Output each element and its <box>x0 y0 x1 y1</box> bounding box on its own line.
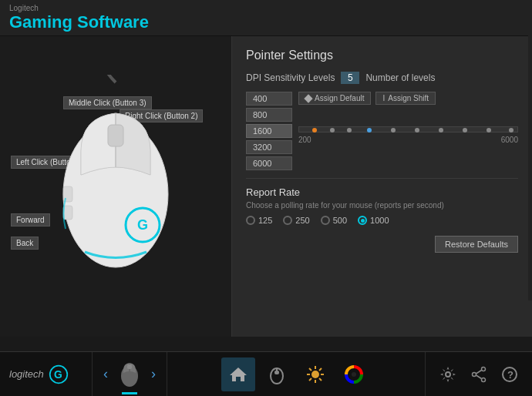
svg-line-22 <box>319 378 322 381</box>
back-label[interactable]: Back <box>11 237 39 250</box>
radio-250[interactable] <box>283 216 292 225</box>
report-rate-options: 125 250 500 1000 <box>246 216 518 225</box>
svg-point-28 <box>482 367 486 371</box>
logo-text: logitech <box>9 368 44 380</box>
svg-rect-11 <box>127 364 132 369</box>
device-active-indicator <box>122 392 137 394</box>
slider-dot-2 <box>330 128 335 133</box>
dpi-label: DPI Sensitivity Levels <box>246 72 335 83</box>
nav-icon-pointer[interactable] <box>260 357 294 391</box>
settings-title: Pointer Settings <box>246 49 518 62</box>
dpi-level-800[interactable]: 800 <box>246 108 292 122</box>
nav-icon-lighting[interactable] <box>298 357 332 391</box>
logitech-logo-icon: G <box>49 364 69 384</box>
dpi-area: 400 800 1600 3200 6000 Assign Default I … <box>246 92 518 170</box>
svg-point-26 <box>352 372 356 377</box>
dpi-slider-track[interactable] <box>298 126 518 133</box>
slider-labels: 200 6000 <box>298 136 518 144</box>
dpi-right: Assign Default I Assign Shift <box>298 92 518 170</box>
dpi-level-3200[interactable]: 3200 <box>246 140 292 154</box>
assign-default-button[interactable]: Assign Default <box>298 92 371 105</box>
report-rate-description: Choose a polling rate for your mouse (re… <box>246 201 518 210</box>
svg-text:G: G <box>137 217 148 233</box>
svg-rect-15 <box>274 371 279 374</box>
rate-option-1000[interactable]: 1000 <box>358 216 389 225</box>
slider-dot-10 <box>509 128 513 133</box>
dpi-header: DPI Sensitivity Levels 5 Number of level… <box>246 72 518 84</box>
diamond-icon <box>304 94 312 102</box>
slider-dot-6 <box>415 128 419 133</box>
nav-icon-home[interactable] <box>221 357 255 391</box>
report-rate-title: Report Rate <box>246 186 518 198</box>
svg-line-31 <box>476 370 482 374</box>
radio-1000[interactable] <box>358 216 367 225</box>
slider-dot-9 <box>487 128 491 133</box>
svg-line-24 <box>309 378 311 381</box>
slider-dot-5 <box>391 128 396 133</box>
mouse-illustration: G <box>39 75 216 298</box>
settings-utility-icon[interactable] <box>433 360 463 389</box>
svg-line-21 <box>309 368 311 371</box>
device-mouse-icon[interactable] <box>117 356 142 390</box>
rate-option-125[interactable]: 125 <box>246 216 272 225</box>
mouse-panel: Middle Click (Button 3) Right Click (But… <box>0 36 231 337</box>
dpi-num-levels[interactable]: 5 <box>341 72 359 84</box>
svg-point-30 <box>473 372 476 376</box>
rate-option-250[interactable]: 250 <box>283 216 309 225</box>
slider-dot-8 <box>463 128 467 133</box>
main-content: Middle Click (Button 3) Right Click (But… <box>0 36 532 337</box>
app-subtitle: Logitech <box>9 5 523 12</box>
logitech-logo-area: logitech G <box>0 352 93 396</box>
svg-text:?: ? <box>507 369 513 381</box>
next-device-arrow[interactable]: › <box>148 366 159 382</box>
scrollbar[interactable] <box>528 0 532 300</box>
slider-dot-4 <box>367 128 372 133</box>
radio-125[interactable] <box>246 216 255 225</box>
svg-text:G: G <box>54 368 62 381</box>
share-utility-icon[interactable] <box>464 360 493 389</box>
num-levels-label: Number of levels <box>365 72 435 83</box>
restore-defaults-button[interactable]: Restore Defaults <box>435 236 518 253</box>
svg-point-16 <box>311 371 319 378</box>
svg-point-29 <box>482 378 486 381</box>
title-bar: Logitech Gaming Software <box>0 0 532 36</box>
dpi-level-1600[interactable]: 1600 <box>246 124 292 138</box>
device-nav: ‹ › <box>93 352 167 396</box>
cursor-icon: I <box>382 94 385 102</box>
slider-min-label: 200 <box>298 136 311 144</box>
dpi-level-400[interactable]: 400 <box>246 92 292 106</box>
restore-defaults-row: Restore Defaults <box>246 236 518 253</box>
bottom-right-icons: ? <box>425 352 532 396</box>
bottom-nav-icons <box>167 352 425 396</box>
assign-buttons: Assign Default I Assign Shift <box>298 92 518 105</box>
slider-container: 200 6000 <box>298 126 518 144</box>
bottom-bar: logitech G ‹ › <box>0 351 532 396</box>
dpi-levels-list: 400 800 1600 3200 6000 <box>246 92 292 170</box>
nav-icon-color[interactable] <box>337 357 371 391</box>
help-utility-icon[interactable]: ? <box>495 360 524 389</box>
slider-dot-3 <box>347 128 352 133</box>
app-title: Gaming Software <box>9 12 523 32</box>
svg-rect-2 <box>108 125 123 146</box>
rate-option-500[interactable]: 500 <box>321 216 347 225</box>
svg-point-27 <box>446 372 450 377</box>
svg-marker-12 <box>230 367 247 381</box>
radio-500[interactable] <box>321 216 330 225</box>
slider-dot-1 <box>312 128 317 133</box>
slider-dot-7 <box>439 128 443 133</box>
svg-line-32 <box>476 375 482 379</box>
settings-panel: Pointer Settings DPI Sensitivity Levels … <box>231 36 532 337</box>
dpi-level-6000[interactable]: 6000 <box>246 156 292 170</box>
prev-device-arrow[interactable]: ‹ <box>100 366 111 382</box>
device-icon-container <box>117 356 142 393</box>
report-rate-section: Report Rate Choose a polling rate for yo… <box>246 178 518 225</box>
slider-max-label: 6000 <box>501 136 518 144</box>
svg-line-23 <box>319 368 322 371</box>
assign-shift-button[interactable]: I Assign Shift <box>375 92 436 105</box>
